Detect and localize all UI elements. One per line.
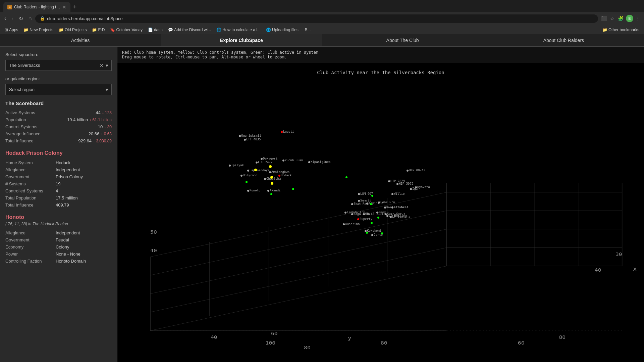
menu-button[interactable]: ⋮ — [635, 15, 641, 22]
system-dot — [256, 162, 258, 164]
faction-total-population: Total Population 17.5 million — [5, 195, 112, 200]
system-label: Lambda Arx — [347, 211, 365, 214]
right-panel[interactable]: Red: Club home system, Yellow: Club cont… — [117, 47, 644, 362]
bookmark-new-projects[interactable]: 📁 New Projects — [21, 27, 55, 33]
system-label: Leesti — [283, 130, 294, 133]
system-dot — [388, 180, 390, 182]
yellow-system-dot — [271, 182, 273, 185]
bookmark-discord[interactable]: 💬 Add the Discord wi... — [166, 27, 213, 33]
tab-title: Club Raiders - fighting the BGS — [14, 5, 60, 9]
toolbar-icons: ⬛ ☆ 🧩 E ⋮ — [600, 15, 641, 22]
system-coords: ( 76, 11, 38) in The Hodack Region — [5, 222, 112, 226]
region-select-wrapper: Select region ▼ — [5, 84, 112, 95]
system-label: Dyavata — [417, 185, 430, 189]
system-label: Naga Area — [354, 212, 370, 216]
system-dot — [229, 165, 231, 167]
tab-about-the-club[interactable]: About The Club — [322, 34, 483, 46]
viz-legend-line2: Drag mouse to rotate, Ctrl-mouse to pan,… — [122, 55, 639, 59]
system-label: Kwelentahe — [386, 206, 405, 209]
system-label: LHS 2477 — [258, 161, 272, 164]
bookmark-uploading[interactable]: 🌐 Uploading files — B... — [264, 27, 313, 33]
address-bar-row: ‹ › ↻ ⌂ 🔒 club-raiders.herokuapp.com/clu… — [0, 12, 644, 25]
bookmark-other-label: Other bookmarks — [608, 28, 639, 32]
system-dot — [351, 203, 353, 205]
lock-icon: 🔒 — [40, 16, 45, 21]
region-select[interactable]: Select region — [5, 84, 112, 95]
system-label: HIP 5975 — [399, 182, 413, 185]
system-dot — [247, 170, 249, 172]
system-label: Akandi — [270, 189, 281, 192]
green-system-dot — [377, 217, 379, 219]
forward-button[interactable]: › — [10, 15, 15, 22]
bookmark-old-projects[interactable]: 📁 Old Projects — [57, 27, 89, 33]
system-dot — [384, 207, 386, 209]
bookmark-button[interactable]: ☆ — [609, 15, 615, 22]
faction-title: Hodack Prison Colony — [5, 150, 112, 156]
stat-total-influence-label: Total Influence — [5, 138, 34, 143]
faction-total-influence: Total Influence 409.79 — [5, 202, 112, 208]
system-dot — [396, 183, 398, 185]
system-dot — [376, 212, 378, 214]
bookmarks-other-folder[interactable]: 📁 Other bookmarks — [600, 27, 641, 33]
bookmark-ed[interactable]: 📁 E:D — [90, 27, 107, 33]
system-label: Sumati — [360, 199, 371, 202]
system-label: DeXagori — [263, 157, 277, 160]
faction-allegiance: Allegiance Independent — [5, 167, 112, 172]
stat-total-influence-value: 929.64 ↓ 3,030.89 — [78, 138, 112, 143]
system-label: LTT 4835 — [246, 138, 261, 141]
system-label: Hodack — [281, 174, 292, 177]
main-layout: Select squadron: The Silverbacks ✕ ▼ or … — [0, 47, 644, 362]
stat-population: Population 19.4 billion ↓ 61.1 billion — [5, 117, 112, 122]
system-label: HIP 80242 — [409, 169, 425, 172]
active-tab[interactable]: ⚔ Club Raiders - fighting the BGS ✕ — [3, 2, 70, 12]
profile-button[interactable]: E — [626, 15, 633, 22]
system-dot — [267, 190, 269, 192]
app-container: Activities Explore ClubSpace About The C… — [0, 34, 644, 362]
system-dot — [391, 207, 393, 209]
stat-total-influence: Total Influence 929.64 ↓ 3,030.89 — [5, 138, 112, 143]
bookmark-discord-icon: 💬 — [168, 28, 173, 32]
squadron-clear-button[interactable]: ✕ — [100, 63, 104, 68]
bookmark-folder-icon3: 📁 — [92, 28, 97, 32]
address-bar[interactable]: 🔒 club-raiders.herokuapp.com/clubSpace — [35, 14, 598, 23]
system-label: Kokokomi — [367, 229, 381, 232]
new-tab-button[interactable]: + — [70, 4, 79, 11]
home-button[interactable]: ⌂ — [27, 15, 34, 22]
refresh-button[interactable]: ↻ — [17, 15, 25, 22]
tab-about-club-raiders[interactable]: About Club Raiders — [483, 34, 644, 46]
faction-government: Government Prison Colony — [5, 174, 112, 179]
stat-control-systems-label: Control Systems — [5, 124, 37, 129]
green-system-dot — [366, 232, 368, 234]
squadron-select-wrapper: The Silverbacks ✕ ▼ — [5, 60, 112, 71]
bookmark-apps-label: Apps — [9, 28, 18, 32]
system-label: Holyrood — [243, 174, 257, 177]
system-label: Auserina — [345, 222, 360, 226]
region-label: or galactic region: — [5, 76, 112, 81]
viz-canvas[interactable]: Club Activity near The The Silverbacks R… — [117, 63, 644, 358]
faction-systems: # Systems 19 — [5, 181, 112, 186]
back-button[interactable]: ‹ — [3, 15, 8, 22]
bookmark-october-vacay-label: October Vacay — [116, 28, 142, 32]
bookmark-october-vacay[interactable]: 🔖 October Vacay — [108, 27, 144, 33]
green-system-dot — [370, 203, 372, 205]
system-label: Konoto — [250, 189, 261, 192]
green-system-dot — [371, 222, 373, 224]
stat-population-value: 19.4 billion ↓ 61.1 billion — [67, 117, 112, 122]
system-dot — [278, 175, 280, 177]
squadron-select[interactable]: The Silverbacks — [5, 60, 112, 71]
cast-button[interactable]: ⬛ — [600, 15, 608, 22]
extensions-button[interactable]: 🧩 — [617, 15, 625, 22]
bookmark-calculate[interactable]: 🌐 How to calculate a l... — [214, 27, 263, 33]
system-dot — [371, 234, 373, 236]
system-dot — [239, 135, 241, 137]
system-dot — [410, 188, 412, 190]
bookmark-apps[interactable]: ⊞ Apps — [3, 27, 20, 33]
tab-explore-clubspace[interactable]: Explore ClubSpace — [161, 34, 322, 46]
yellow-system-dot — [270, 176, 273, 179]
systems-container: LeestiOqunipksmiiLTT 4835Vucub RuanKipas… — [117, 63, 644, 358]
tab-activities[interactable]: Activities — [0, 34, 161, 46]
bookmark-dash[interactable]: 📄 dash — [146, 27, 165, 33]
system-dot — [344, 212, 346, 214]
system-label: Chuelcha — [266, 177, 281, 180]
tab-close-button[interactable]: ✕ — [62, 4, 66, 10]
